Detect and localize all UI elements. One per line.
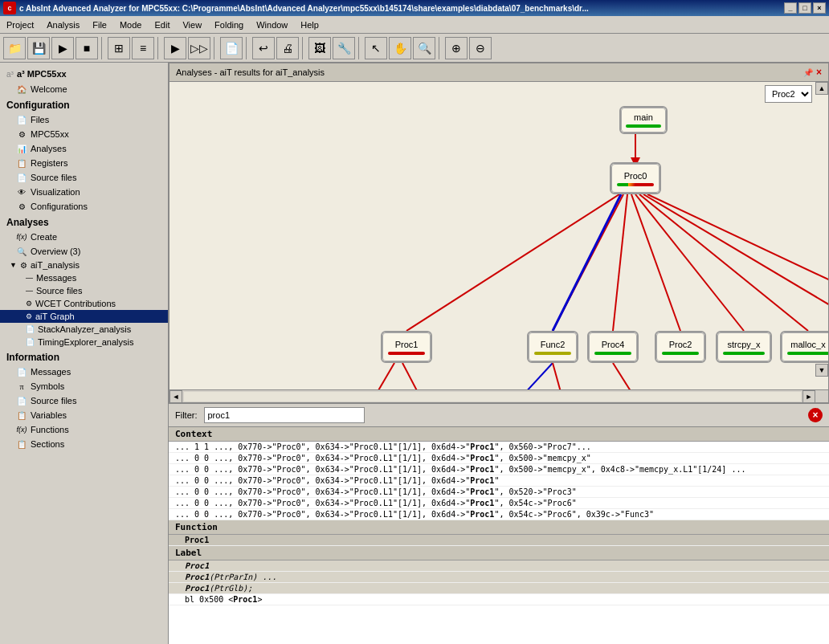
sidebar-item-info-sourcefiles[interactable]: 📄 Source files (0, 393, 168, 408)
toolbar-page-btn[interactable]: 📄 (220, 37, 243, 59)
sidebar-item-functions[interactable]: f(x) Functions (0, 422, 168, 437)
label-row-0[interactable]: Proc1 (169, 560, 829, 572)
sidebar-subitem-messages[interactable]: — Messages (0, 271, 168, 284)
context-row-3[interactable]: ... 0 0 ..., 0x770->"Proc0", 0x634->"Pro… (169, 475, 829, 487)
graph-nodes-container: mainProc0Proc1Func2Proc4Proc2strcpy_xmal… (169, 82, 828, 389)
toolbar-arrow-btn[interactable]: ↩ (252, 37, 275, 59)
menu-file[interactable]: File (86, 16, 113, 33)
sourcefiles-config-icon: 📄 (16, 172, 27, 183)
graph-hscroll[interactable]: ◄ ► (169, 389, 828, 402)
node-label-Proc0: Proc0 (624, 171, 647, 181)
context-row-2[interactable]: ... 0 0 ..., 0x770->"Proc0", 0x634->"Pro… (169, 464, 829, 475)
graph-node-Func2[interactable]: Func2 (527, 331, 578, 363)
menu-edit[interactable]: Edit (148, 16, 176, 33)
menu-folding[interactable]: Folding (208, 16, 250, 33)
result-table[interactable]: Context ... 1 1 ..., 0x770->"Proc0", 0x6… (169, 427, 829, 644)
toolbar-zoomin-btn[interactable]: ⊕ (445, 37, 468, 59)
close-button[interactable]: × (813, 2, 826, 14)
scroll-down-btn[interactable]: ▼ (815, 364, 828, 377)
sidebar-item-variables[interactable]: 📋 Variables (0, 408, 168, 422)
toolbar-open-btn[interactable]: 📁 (3, 37, 26, 59)
toolbar-stop-btn[interactable]: ■ (76, 37, 98, 59)
graph-node-Proc4[interactable]: Proc4 (587, 331, 639, 363)
sidebar-item-registers[interactable]: 📋 Registers (0, 156, 168, 170)
ait-tree-arrow: ▼ (10, 261, 17, 269)
context-row-5[interactable]: ... 0 0 ..., 0x770->"Proc0", 0x634->"Pro… (169, 498, 829, 509)
sidebar-item-info-messages[interactable]: 📄 Messages (0, 365, 168, 379)
sidebar-item-visualization[interactable]: 👁 Visualization (0, 185, 168, 199)
toolbar-save-btn[interactable]: 💾 (27, 37, 50, 59)
info-sourcefiles-icon: 📄 (16, 395, 27, 406)
sidebar-subitem-timingexplorer[interactable]: 📄 TimingExplorer_analysis (0, 336, 168, 348)
toolbar-play3-btn[interactable]: ▷▷ (188, 37, 210, 59)
toolbar-grid-btn[interactable]: ⊞ (108, 37, 130, 59)
sidebar-subitem-sourcefiles[interactable]: — Source files (0, 284, 168, 297)
graph-node-main[interactable]: main (619, 106, 668, 134)
toolbar-play-btn[interactable]: ▶ (51, 37, 74, 59)
context-row-4-prefix: ... 0 0 ..., 0x770->"Proc0", 0x634->"Pro… (175, 487, 470, 496)
sidebar-item-analyses[interactable]: 📊 Analyses (0, 141, 168, 156)
titlebar-title: c AbsInt Advanced Analyzer for MPC55xx: … (19, 4, 784, 13)
sidebar-messages-sublabel: Messages (36, 273, 76, 283)
sidebar-item-create[interactable]: f(x) Create (0, 230, 168, 244)
toolbar-zoom-btn[interactable]: 🔍 (413, 37, 435, 59)
label-row-2[interactable]: Proc1(PtrGlb); (169, 583, 829, 594)
context-row-6[interactable]: ... 0 0 ..., 0x770->"Proc0", 0x634->"Pro… (169, 509, 829, 520)
sidebar-item-configurations[interactable]: ⚙ Configurations (0, 199, 168, 214)
sidebar-sections-label: Sections (31, 439, 64, 449)
filter-close-button[interactable]: × (808, 408, 823, 422)
label-section-header: Label (169, 546, 829, 560)
menu-project[interactable]: Project (0, 16, 40, 33)
node-bar-Func2 (534, 352, 571, 355)
sidebar-subitem-wcet[interactable]: ⚙ WCET Contributions (0, 297, 168, 310)
context-row-4[interactable]: ... 0 0 ..., 0x770->"Proc0", 0x634->"Pro… (169, 487, 829, 498)
proc-select[interactable]: Proc0 Proc1 Proc2 Proc3 Proc4 (765, 85, 812, 103)
graph-area[interactable]: mainProc0Proc1Func2Proc4Proc2strcpy_xmal… (169, 82, 828, 389)
sidebar-item-files[interactable]: 📄 Files (0, 112, 168, 127)
menu-help[interactable]: Help (294, 16, 325, 33)
scroll-left-btn[interactable]: ◄ (169, 390, 182, 403)
menu-mode[interactable]: Mode (113, 16, 149, 33)
sidebar-item-symbols[interactable]: π Symbols (0, 379, 168, 393)
toolbar-img-btn[interactable]: 🖼 (308, 37, 331, 59)
toolbar-zoomout-btn[interactable]: ⊖ (469, 37, 492, 59)
label-row-1[interactable]: Proc1(PtrParIn) ... (169, 572, 829, 583)
graph-node-strcpy_x[interactable]: strcpy_x (716, 331, 772, 363)
sidebar-item-mpc55xx[interactable]: ⚙ MPC55xx (0, 127, 168, 141)
graph-node-malloc_x[interactable]: malloc_x (780, 331, 828, 363)
scroll-up-btn[interactable]: ▲ (815, 82, 828, 95)
sidebar-overview-label: Overview (3) (31, 247, 80, 256)
hscroll-track[interactable] (184, 392, 801, 401)
sidebar-subitem-aitgraph[interactable]: ⚙ aiT Graph (0, 310, 168, 323)
sidebar-item-sourcefiles-config[interactable]: 📄 Source files (0, 170, 168, 185)
label-row-3[interactable]: bl 0x500 <Proc1> (169, 594, 829, 605)
sidebar-item-overview[interactable]: 🔍 Overview (3) (0, 244, 168, 259)
context-row-1[interactable]: ... 0 0 ..., 0x770->"Proc0", 0x634->"Pro… (169, 453, 829, 464)
maximize-button[interactable]: □ (798, 2, 811, 14)
function-row[interactable]: Proc1 (169, 535, 829, 546)
sidebar-subitem-stackanalyzer[interactable]: 📄 StackAnalyzer_analysis (0, 323, 168, 336)
toolbar-cursor-btn[interactable]: ↖ (365, 37, 387, 59)
context-row-0[interactable]: ... 1 1 ..., 0x770->"Proc0", 0x634->"Pro… (169, 442, 829, 453)
graph-node-Proc1[interactable]: Proc1 (381, 331, 432, 363)
menu-analysis[interactable]: Analysis (40, 16, 86, 33)
minimize-button[interactable]: _ (784, 2, 797, 14)
graph-node-Proc0[interactable]: Proc0 (610, 162, 661, 194)
toolbar-tool-btn[interactable]: 🔧 (333, 37, 355, 59)
sidebar-item-welcome[interactable]: 🏠 Welcome (0, 82, 168, 96)
toolbar-list-btn[interactable]: ≡ (132, 37, 154, 59)
menu-window[interactable]: Window (250, 16, 294, 33)
bottom-panel: Filter: × Context ... 1 1 ..., 0x770->"P… (169, 403, 829, 644)
sidebar-item-sections[interactable]: 📋 Sections (0, 437, 168, 451)
filter-input[interactable] (204, 407, 365, 423)
proc-dropdown: Proc0 Proc1 Proc2 Proc3 Proc4 (765, 85, 812, 103)
graph-node-Proc2[interactable]: Proc2 (655, 331, 706, 363)
scroll-right-btn[interactable]: ► (802, 390, 815, 403)
toolbar-play2-btn[interactable]: ▶ (164, 37, 186, 59)
toolbar-sep5 (302, 37, 305, 59)
sidebar-item-ait-analysis[interactable]: ▼ ⚙ aiT_analysis (0, 259, 168, 271)
toolbar-print-btn[interactable]: 🖨 (276, 37, 299, 59)
analysis-close-icon[interactable]: × (816, 67, 822, 78)
toolbar-hand-btn[interactable]: ✋ (389, 37, 411, 59)
menu-view[interactable]: View (176, 16, 208, 33)
